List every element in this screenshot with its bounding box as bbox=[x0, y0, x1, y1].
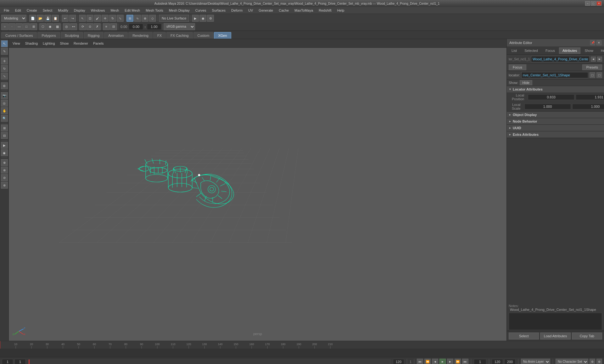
timeline-track[interactable] bbox=[28, 359, 390, 364]
tab-curves-surfaces[interactable]: Curves / Surfaces bbox=[1, 32, 37, 39]
tab-fx-caching[interactable]: FX Caching bbox=[166, 32, 193, 39]
viewport[interactable]: View Shading Lighting Show Renderer Pane… bbox=[9, 39, 506, 341]
local-scale-y[interactable] bbox=[572, 104, 604, 109]
menu-modify[interactable]: Modify bbox=[55, 8, 70, 13]
hide-btn[interactable]: Hide bbox=[520, 80, 533, 85]
node-name-input[interactable] bbox=[531, 56, 590, 62]
xgen3-side[interactable]: ⊘ bbox=[1, 174, 8, 181]
playback-prefs-btn[interactable]: ⚙ bbox=[596, 359, 602, 364]
extra-attributes-header[interactable]: ► Extra Attributes bbox=[507, 131, 604, 138]
node-behavior-header[interactable]: ► Node Behavior bbox=[507, 118, 604, 124]
move-tool-btn[interactable]: ✛ bbox=[102, 15, 109, 22]
minimize-button[interactable]: − bbox=[585, 1, 590, 6]
char-set-select[interactable]: No Character Set bbox=[556, 359, 588, 364]
display-side[interactable]: ◉ bbox=[1, 149, 8, 156]
menu-deform[interactable]: Deform bbox=[229, 8, 245, 13]
select-tool-btn[interactable]: ↖ bbox=[79, 15, 86, 22]
frame-input[interactable] bbox=[14, 359, 26, 364]
vertex-mode-btn[interactable]: · bbox=[8, 23, 15, 30]
locator-input[interactable] bbox=[521, 72, 588, 78]
local-pos-x[interactable] bbox=[528, 94, 574, 100]
range-global-max-input[interactable] bbox=[504, 359, 516, 364]
menu-uv[interactable]: UV bbox=[246, 8, 255, 13]
char-set-btn[interactable]: ⚙ bbox=[590, 359, 595, 364]
attr-editor-close-btn[interactable]: ✕ bbox=[596, 40, 601, 45]
copy-tab-btn[interactable]: Copy Tab bbox=[572, 333, 602, 339]
local-pos-y[interactable] bbox=[576, 94, 604, 100]
menu-select[interactable]: Select bbox=[40, 8, 55, 13]
uuid-header[interactable]: ► UUID bbox=[507, 125, 604, 131]
frame-counter[interactable] bbox=[474, 359, 486, 364]
show-manip-side[interactable]: ⚙ bbox=[1, 82, 8, 89]
local-scale-x[interactable] bbox=[524, 104, 571, 109]
attr-tab-focus[interactable]: Focus bbox=[542, 47, 558, 54]
lighting-menu[interactable]: Lighting bbox=[41, 41, 57, 46]
paint-tool-side[interactable]: ✎ bbox=[1, 48, 8, 55]
render-btn[interactable]: ▶ bbox=[192, 15, 199, 22]
menu-generate[interactable]: Generate bbox=[256, 8, 276, 13]
shaded-btn[interactable]: ◉ bbox=[47, 23, 53, 30]
xgen2-side[interactable]: ⊗ bbox=[1, 167, 8, 174]
render-settings-btn[interactable]: ⚙ bbox=[207, 15, 214, 22]
menu-display[interactable]: Display bbox=[71, 8, 88, 13]
no-live-surface-btn[interactable]: No Live Surface bbox=[159, 15, 189, 22]
object-mode-btn[interactable]: ○ bbox=[1, 23, 8, 30]
tab-custom[interactable]: Custom bbox=[193, 32, 214, 39]
range-end-input[interactable] bbox=[393, 359, 404, 364]
step-fwd-btn[interactable]: ⏩ bbox=[455, 359, 461, 364]
notes-textarea[interactable] bbox=[509, 313, 602, 330]
face-mode-btn[interactable]: □ bbox=[23, 23, 30, 30]
rotate-tool-side[interactable]: ↻ bbox=[1, 65, 8, 72]
view-menu[interactable]: View bbox=[11, 41, 22, 46]
open-file-btn[interactable]: 📂 bbox=[37, 15, 44, 22]
timeline-ruler[interactable]: 10 20 30 40 50 60 70 80 90 100 110 120 1… bbox=[0, 341, 604, 349]
snap-point-btn[interactable]: ⊕ bbox=[142, 15, 148, 22]
tab-xgen[interactable]: XGen bbox=[214, 32, 231, 39]
soft-select-btn[interactable]: ◎ bbox=[63, 23, 70, 30]
play-fwd-btn[interactable]: ► bbox=[439, 359, 446, 364]
gamma-scale-input[interactable] bbox=[147, 24, 161, 30]
menu-redshift[interactable]: Redshift bbox=[316, 8, 334, 13]
step-back-btn[interactable]: ⏪ bbox=[424, 359, 431, 364]
menu-mesh[interactable]: Mesh bbox=[108, 8, 121, 13]
load-attributes-btn[interactable]: Load Attributes bbox=[540, 333, 570, 339]
attr-tab-list[interactable]: List bbox=[508, 47, 520, 54]
move-tool-side[interactable]: ✛ bbox=[1, 58, 8, 64]
xgen-side[interactable]: ⊕ bbox=[1, 159, 8, 166]
xgen4-side[interactable]: ⊛ bbox=[1, 182, 8, 189]
attr-tab-show[interactable]: Show bbox=[581, 47, 597, 54]
textured-btn[interactable]: ▦ bbox=[54, 23, 61, 30]
menu-mesh-display[interactable]: Mesh Display bbox=[166, 8, 192, 13]
prev-node-btn[interactable]: ◄ bbox=[591, 57, 596, 62]
attr-tab-attributes[interactable]: Attributes bbox=[559, 47, 580, 54]
snap-curve-btn[interactable]: ∿ bbox=[134, 15, 141, 22]
attr-tab-selected[interactable]: Selected bbox=[521, 47, 541, 54]
maximize-button[interactable]: □ bbox=[591, 1, 596, 6]
channel-box-btn[interactable]: ≡ bbox=[103, 23, 110, 30]
lasso-tool-btn[interactable]: ⊡ bbox=[87, 15, 93, 22]
menu-edit[interactable]: Edit bbox=[13, 8, 24, 13]
rotate-tool-btn[interactable]: ↻ bbox=[109, 15, 116, 22]
tab-fx[interactable]: FX bbox=[153, 32, 166, 39]
select-btn[interactable]: Select bbox=[509, 333, 539, 339]
goto-end-btn[interactable]: ⏭ bbox=[462, 359, 468, 364]
save-as-btn[interactable]: 📋 bbox=[52, 15, 59, 22]
locator-icon1[interactable]: □ bbox=[590, 72, 595, 78]
close-button[interactable]: ✕ bbox=[596, 1, 601, 6]
snap-grid-btn[interactable]: ⊞ bbox=[126, 15, 133, 22]
locator-attributes-header[interactable]: ▼ Locator Attributes bbox=[507, 86, 604, 92]
undo-btn[interactable]: ↩ bbox=[62, 15, 69, 22]
renderer-menu[interactable]: Renderer bbox=[72, 41, 90, 46]
tab-rigging[interactable]: Rigging bbox=[84, 32, 103, 39]
tab-animation[interactable]: Animation bbox=[104, 32, 128, 39]
pan-tool-side[interactable]: ✋ bbox=[1, 107, 8, 114]
camera-tool-side[interactable]: 📷 bbox=[1, 92, 8, 99]
wireframe-btn[interactable]: ⬡ bbox=[39, 23, 46, 30]
range-max-input[interactable] bbox=[492, 359, 503, 364]
select-tool-side[interactable]: ↖ bbox=[1, 40, 8, 47]
menu-edit-mesh[interactable]: Edit Mesh bbox=[122, 8, 143, 13]
tab-sculpting[interactable]: Sculpting bbox=[61, 32, 83, 39]
menu-windows[interactable]: Windows bbox=[88, 8, 108, 13]
gamma-select[interactable]: sRGB gamma bbox=[164, 23, 195, 30]
anim-layer-select[interactable]: No Anim Layer bbox=[521, 359, 550, 364]
